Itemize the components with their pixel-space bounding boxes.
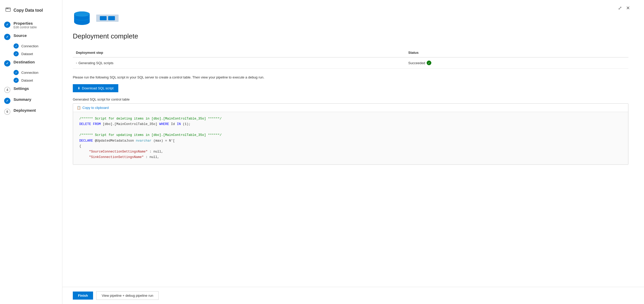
step-indicator-deployment: 6 — [4, 109, 10, 115]
sidebar-item-source[interactable]: ✓ Source — [0, 31, 62, 42]
success-icon: ✓ — [427, 61, 431, 65]
svg-rect-2 — [8, 8, 8, 9]
main-content: ⤢ ✕ Deployment complete Deplo — [62, 0, 644, 304]
table-row: › Generating SQL scripts Succeeded ✓ — [73, 57, 628, 69]
step-label-settings: Settings — [14, 86, 29, 91]
view-pipeline-button[interactable]: View pipeline + debug pipeline run — [96, 291, 159, 300]
chevron-right-icon: › — [76, 61, 77, 64]
substep-label-dest-connection: Connection — [21, 71, 38, 75]
icon-row — [73, 10, 628, 26]
substep-label-dest-dataset: Dataset — [21, 78, 33, 82]
deployment-table: Deployment step Status › Generating SQL … — [73, 48, 628, 69]
step-indicator-source: ✓ — [4, 34, 10, 40]
expand-button[interactable]: ⤢ — [617, 4, 623, 12]
substep-label-source-connection: Connection — [21, 44, 38, 48]
step-sublabel-properties: Edit control table — [14, 25, 37, 29]
code-line-2: DELETE FROM [dbo].[MainControlTable_35o]… — [79, 122, 622, 127]
status-text: Succeeded — [408, 61, 425, 65]
footer-bar: Finish View pipeline + debug pipeline ru… — [62, 287, 644, 304]
step-label-deployment: Deployment — [14, 108, 36, 113]
step-name: Generating SQL scripts — [79, 61, 114, 65]
status-badge: Succeeded ✓ — [408, 61, 625, 65]
substep-indicator-source-dataset: ✓ — [14, 51, 19, 56]
app-icon — [5, 7, 11, 14]
step-indicator-summary: ✓ — [4, 98, 10, 104]
sql-script-box: 📋 Copy to clipboard /****** Script for d… — [73, 103, 628, 165]
copy-to-clipboard-btn[interactable]: 📋 Copy to clipboard — [73, 104, 628, 112]
step-label-properties: Properties — [14, 21, 37, 25]
substep-indicator-dest-connection: ✓ — [14, 70, 19, 75]
app-header: Copy Data tool — [0, 4, 62, 19]
window-toolbar: ⤢ ✕ — [617, 4, 631, 12]
step-indicator-settings: 4 — [4, 87, 10, 93]
svg-rect-1 — [6, 8, 7, 9]
code-line-7: "SourceConnectionSettingsName" : null, — [79, 149, 622, 155]
substep-destination-connection[interactable]: ✓ Connection — [0, 69, 62, 76]
sidebar-item-destination[interactable]: ✓ Destination — [0, 58, 62, 69]
deployment-title: Deployment complete — [73, 32, 628, 40]
substep-destination-dataset[interactable]: ✓ Dataset — [0, 76, 62, 84]
step-indicator-destination: ✓ — [4, 60, 10, 67]
sql-code-area: /****** Script for deleting items in [db… — [73, 112, 628, 164]
substep-indicator-source-connection: ✓ — [14, 43, 19, 49]
expand-step-row[interactable]: › Generating SQL scripts — [76, 61, 402, 65]
sidebar-item-settings[interactable]: 4 Settings — [0, 84, 62, 95]
substep-source-dataset[interactable]: ✓ Dataset — [0, 50, 62, 58]
close-button[interactable]: ✕ — [625, 4, 631, 12]
info-text: Please run the following SQL script in y… — [73, 75, 628, 80]
copy-icon: 📋 — [77, 106, 81, 110]
sidebar-item-summary[interactable]: ✓ Summary — [0, 95, 62, 106]
sidebar-item-deployment[interactable]: 6 Deployment — [0, 106, 62, 117]
col-deployment-step: Deployment step — [73, 48, 405, 57]
substep-indicator-dest-dataset: ✓ — [14, 78, 19, 83]
code-line-3 — [79, 127, 622, 133]
col-status: Status — [405, 48, 628, 57]
code-line-5: DECLARE @UpdatedMetadataJson nvarchar (m… — [79, 138, 622, 144]
download-label: Download SQL script — [82, 86, 114, 90]
sidebar-item-properties[interactable]: ✓ Properties Edit control table — [0, 19, 62, 31]
sql-section-label: Generated SQL script for control table — [73, 97, 628, 101]
source-db-icon — [73, 10, 91, 26]
sidebar: Copy Data tool ✓ Properties Edit control… — [0, 0, 62, 304]
step-indicator-properties: ✓ — [4, 22, 10, 28]
step-label-summary: Summary — [14, 97, 31, 102]
download-icon: ⬇ — [77, 86, 80, 90]
step-label-destination: Destination — [14, 60, 35, 64]
step-label-source: Source — [14, 33, 27, 38]
finish-button[interactable]: Finish — [73, 292, 93, 300]
code-line-6: { — [79, 144, 622, 149]
copy-label: Copy to clipboard — [82, 106, 109, 110]
pipeline-icon — [96, 15, 119, 22]
code-line-8: "SinkConnectionSettingsName" : null, — [79, 155, 622, 160]
main-scroll-area: Deployment complete Deployment step Stat… — [62, 0, 644, 287]
substep-label-source-dataset: Dataset — [21, 52, 33, 56]
substep-source-connection[interactable]: ✓ Connection — [0, 42, 62, 50]
app-title: Copy Data tool — [14, 8, 43, 13]
download-sql-button[interactable]: ⬇ Download SQL script — [73, 84, 118, 92]
code-line-4: /****** Script for updating items in [db… — [79, 133, 622, 138]
code-line-1: /****** Script for deleting items in [db… — [79, 116, 622, 122]
